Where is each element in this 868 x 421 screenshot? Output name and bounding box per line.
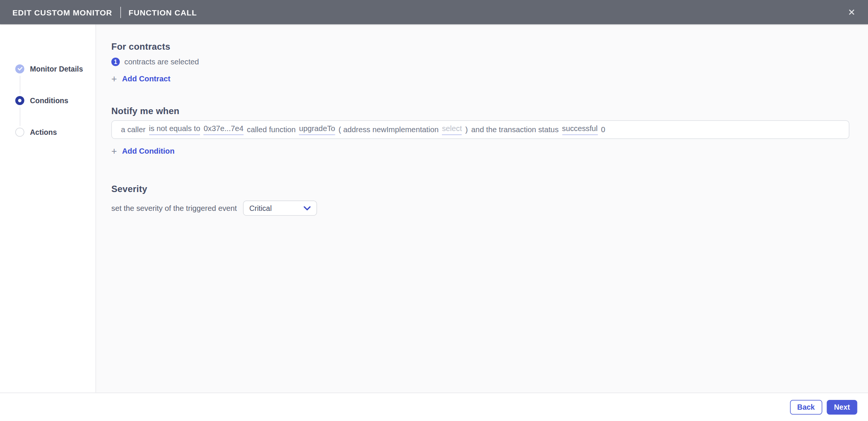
severity-selected-value: Critical <box>249 204 272 213</box>
chevron-down-icon <box>304 206 311 210</box>
add-condition-button[interactable]: + Add Condition <box>112 146 175 156</box>
condition-caller-address-dropdown[interactable]: 0x37e...7e4 <box>204 124 244 135</box>
edit-custom-monitor-dialog: EDIT CUSTOM MONITOR FUNCTION CALL ✕ Moni… <box>0 0 868 421</box>
condition-operator-dropdown[interactable]: is not equals to <box>149 124 200 135</box>
condition-text: a caller <box>121 125 145 134</box>
step-active-icon <box>15 96 24 105</box>
step-monitor-details[interactable]: Monitor Details <box>0 64 96 73</box>
dialog-title: EDIT CUSTOM MONITOR <box>12 8 112 17</box>
condition-text: called function <box>247 125 295 134</box>
close-icon[interactable]: ✕ <box>844 5 859 20</box>
plus-icon: + <box>112 74 117 84</box>
plus-icon: + <box>112 146 117 156</box>
step-connector <box>20 76 20 95</box>
step-connector <box>20 107 20 126</box>
dialog-footer: Back Next <box>0 393 868 421</box>
for-contracts-heading: For contracts <box>112 24 868 52</box>
condition-param-select-dropdown[interactable]: select <box>442 124 462 135</box>
contracts-count-badge: 1 <box>112 57 120 66</box>
step-actions[interactable]: Actions <box>0 128 96 137</box>
step-upcoming-icon <box>15 128 24 137</box>
step-conditions[interactable]: Conditions <box>0 96 96 105</box>
condition-text: ( address newImplementation <box>339 125 439 134</box>
notify-me-when-heading: Notify me when <box>112 106 868 116</box>
dialog-header: EDIT CUSTOM MONITOR FUNCTION CALL ✕ <box>0 0 868 24</box>
back-button[interactable]: Back <box>790 400 822 415</box>
severity-row: set the severity of the triggered event … <box>112 201 868 216</box>
dialog-subtitle: FUNCTION CALL <box>128 8 197 17</box>
condition-text: 0 <box>601 125 605 134</box>
step-label: Actions <box>30 128 57 137</box>
contracts-selected-text: contracts are selected <box>124 57 199 66</box>
add-contract-label: Add Contract <box>122 74 170 83</box>
condition-function-dropdown[interactable]: upgradeTo <box>299 124 335 135</box>
condition-sentence-row: a caller is not equals to 0x37e...7e4 ca… <box>112 121 850 139</box>
add-contract-button[interactable]: + Add Contract <box>112 73 171 84</box>
add-condition-label: Add Condition <box>122 146 174 155</box>
severity-select[interactable]: Critical <box>243 201 317 216</box>
condition-text: ) <box>465 125 468 134</box>
step-label: Conditions <box>30 96 69 105</box>
contracts-selected-row: 1 contracts are selected <box>112 57 868 66</box>
severity-description: set the severity of the triggered event <box>112 204 237 213</box>
condition-status-dropdown[interactable]: successful <box>562 124 598 135</box>
title-divider <box>120 6 121 18</box>
severity-heading: Severity <box>112 184 868 194</box>
condition-text: and the transaction status <box>471 125 559 134</box>
next-button[interactable]: Next <box>827 400 857 415</box>
step-complete-check-icon <box>15 64 24 73</box>
step-label: Monitor Details <box>30 65 83 73</box>
main-content: For contracts 1 contracts are selected +… <box>97 24 868 393</box>
stepper-sidebar: Monitor Details Conditions Actions <box>0 24 96 393</box>
